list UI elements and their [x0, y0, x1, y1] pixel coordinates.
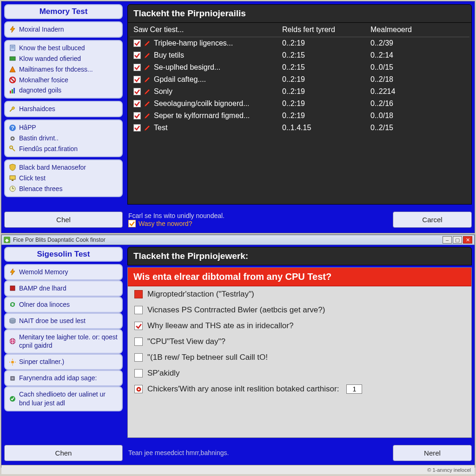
option-row[interactable]: Vicnases PS Contrracted Bwler (aetbcis g… — [128, 302, 471, 318]
sidebar-item[interactable]: NAIT droe be used lest — [8, 316, 119, 326]
checkbox-icon — [134, 322, 143, 330]
col-header-name: Saw Cer tiest... — [133, 26, 282, 34]
sidebar-group-3: Harshaidces — [4, 101, 123, 117]
table-row[interactable]: Se-uplhed besigrd...0..2:150..0/15 — [130, 61, 469, 73]
sidebar-item-label: Blenace threes — [19, 185, 62, 193]
row-name: Seper te kylforrnard figmed... — [154, 112, 250, 120]
sidebar-item[interactable]: Blenace threes — [8, 184, 119, 194]
svg-rect-17 — [10, 176, 15, 179]
close-button[interactable]: ✕ — [463, 236, 472, 244]
sidebar-item[interactable]: Wemold Memory — [8, 267, 119, 278]
svg-point-28 — [11, 361, 14, 364]
sidebar-group: Sinper ctallner.) — [4, 354, 123, 370]
footer-checkbox-row[interactable]: Wasy the noword? — [128, 220, 387, 227]
option-label: Vicnases PS Contrracted Bwler (aetbcis g… — [147, 305, 325, 315]
table-row[interactable]: Buy tetils0..2:150..2:14 — [130, 49, 469, 61]
pencil-icon — [144, 100, 151, 107]
row-value-a: 0..2:19 — [282, 112, 370, 120]
row-value-b: 0..0/18 — [370, 112, 466, 120]
sidebar-item[interactable]: Harshaidces — [8, 104, 119, 114]
checkbox-icon — [133, 76, 141, 83]
sidebar-item-label: Know the best ulbuced — [19, 44, 85, 53]
table-row[interactable]: Triplee-hamp ligences...0..2:190..2/39 — [130, 37, 469, 49]
sidebar-item[interactable]: dagnoted goils — [8, 85, 119, 96]
option-row[interactable]: "(1B rew/ Tep betneer sull Caill tO! — [128, 350, 471, 365]
wrench-icon — [9, 106, 16, 113]
table-row[interactable]: Seeolaguing/coilk bignoerd...0..2:190..2… — [130, 98, 469, 110]
svg-marker-5 — [10, 66, 15, 72]
sidebar-item-label: Mailtinames for thdcess... — [19, 65, 93, 74]
maximize-button[interactable]: ▢ — [453, 236, 462, 244]
alert-banner: Wis enta elrear dibtomal from any CPU Te… — [128, 268, 471, 286]
disk-icon — [9, 317, 16, 324]
option-label: Chickers'With ary anose inlt reslition b… — [147, 384, 339, 394]
clock-icon — [9, 185, 16, 192]
cancel-button[interactable]: Carcel — [393, 212, 472, 228]
checkbox-icon — [128, 220, 136, 227]
row-value-a: 0..2:19 — [282, 39, 370, 47]
pencil-icon — [144, 88, 151, 95]
sidebar-item[interactable]: Moxiral Inadern — [8, 24, 119, 35]
option-row[interactable]: Migroptedr'staction ("Testrlay") — [128, 286, 471, 302]
option-row[interactable]: Chickers'With ary anose inlt reslition b… — [128, 381, 471, 397]
table-row[interactable]: Gpdail cafteg....0..2:190..2/18 — [130, 73, 469, 86]
chel-button[interactable]: Chel — [4, 212, 123, 228]
row-name: Se-uplhed besigrd... — [154, 63, 220, 72]
nerel-button[interactable]: Nerel — [393, 445, 472, 461]
sidebar-item[interactable]: Fiendûs pcat.firation — [8, 144, 119, 154]
option-row[interactable]: Why lleeaw and THS ate as in iridecallor… — [128, 318, 471, 334]
chen-button[interactable]: Chen — [4, 445, 123, 461]
sidebar-item[interactable]: Olner doa linoces — [8, 299, 119, 310]
count-input[interactable] — [346, 384, 362, 394]
main-panel: Tlackeht the Pirpniojerailis Saw Cer tie… — [127, 4, 472, 205]
sidebar-item[interactable]: Know the best ulbuced — [8, 43, 119, 53]
doc-icon — [9, 44, 16, 52]
option-label: "(1B rew/ Tep betneer sull Caill tO! — [147, 353, 268, 362]
checkbox-icon — [133, 124, 141, 132]
sidebar-item[interactable]: Cach shedlioeto der ualinet ur bnd luar … — [8, 389, 119, 409]
option-label: SP'akidly — [147, 369, 179, 378]
svg-line-16 — [12, 148, 15, 151]
key-icon — [9, 145, 16, 152]
stop-icon — [9, 284, 16, 292]
sidebar-item-label: Olner doa linoces — [19, 300, 70, 309]
checkbox-icon — [133, 88, 141, 95]
table-row[interactable]: Sonly0..2:190..2214 — [130, 86, 469, 98]
sidebar-item[interactable]: Black bard Menaosefor — [8, 162, 119, 173]
svg-rect-18 — [12, 180, 13, 181]
pencil-icon — [144, 124, 151, 132]
checkbox-icon — [134, 369, 143, 377]
sidebar-item-label: Bastin drivnt.. — [19, 134, 59, 143]
sidebar-group: Wemold Memory — [4, 264, 123, 280]
sidebar-item[interactable]: BAMP dne lhard — [8, 283, 119, 294]
sidebar-item[interactable]: Klow wanded ofieried — [8, 53, 119, 64]
option-row[interactable]: "CPU"Test View day"? — [128, 334, 471, 350]
sidebar-item[interactable]: Click test — [8, 173, 119, 184]
table-row[interactable]: Test0..1.4.150..2/15 — [130, 122, 469, 134]
main-panel: Tlackeht the Pirpniojewerk: Wis enta elr… — [127, 247, 472, 438]
svg-rect-8 — [10, 91, 11, 93]
option-row[interactable]: SP'akidly — [128, 365, 471, 381]
sidebar-item[interactable]: Farynendra add idap sage: — [8, 373, 119, 383]
sidebar-item[interactable]: Sinper ctallner.) — [8, 357, 119, 367]
footer: Chen Tean jee mesedcict hmrr,bahnings. N… — [4, 443, 472, 463]
minimize-button[interactable]: – — [443, 236, 452, 244]
titlebar-text: Fice Por Blits Doapntatic Cook finstor — [13, 237, 106, 243]
chart-icon — [9, 87, 16, 94]
sidebar-item[interactable]: ?HâPP — [8, 122, 119, 133]
row-name: Buy tetils — [154, 51, 184, 60]
globe-icon — [9, 337, 16, 345]
bolt-icon — [9, 268, 16, 276]
sidebar-item[interactable]: Bastin drivnt.. — [8, 133, 119, 144]
checkbox-icon — [134, 306, 143, 314]
sidebar-item[interactable]: Moknalher fosice — [8, 75, 119, 86]
chip-icon — [9, 375, 16, 382]
table-row[interactable]: Seper te kylforrnard figmed...0..2:190..… — [130, 110, 469, 122]
ored-icon — [9, 76, 16, 84]
sidebar-item[interactable]: Menitary tee laigher tole. or: qoest cpn… — [8, 332, 119, 351]
sigesolin-test-window: ◆ Fice Por Blits Doapntatic Cook finstor… — [1, 234, 475, 468]
row-value-b: 0..2/39 — [370, 39, 466, 47]
sidebar-item[interactable]: Mailtinames for thdcess... — [8, 64, 119, 75]
pencil-icon — [144, 52, 151, 59]
footer-message: Fcarl se Ins wito unidly noundeal. — [128, 212, 387, 220]
